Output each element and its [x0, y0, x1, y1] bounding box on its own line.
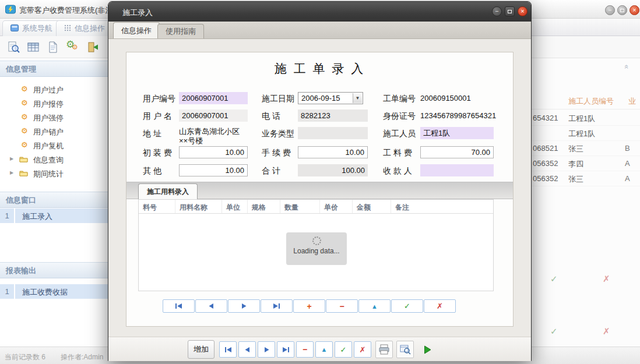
column-header-biz[interactable]: 业 — [628, 96, 636, 107]
confirm-button[interactable]: ✓ — [391, 299, 423, 313]
construction-date-select[interactable]: 2006-09-15 ▼ — [298, 92, 363, 104]
install-fee-field[interactable]: 10.00 — [179, 146, 248, 158]
service-fee-field[interactable]: 10.00 — [298, 146, 368, 158]
column-header[interactable]: 备注 — [391, 200, 493, 213]
column-header[interactable]: 单位 — [222, 200, 248, 213]
user-no-field[interactable]: 20060907001 — [179, 92, 248, 104]
grid-header-row: 施工人员编号 业 — [525, 92, 640, 109]
last-record-button[interactable] — [261, 299, 293, 313]
prev-record-button[interactable] — [238, 341, 256, 358]
settings-gears-button[interactable]: ⚙⚙ — [64, 39, 82, 55]
edit-record-button[interactable]: ▲ — [358, 299, 391, 313]
dialog-minimize-button[interactable]: – — [492, 6, 502, 16]
table-row[interactable]: 056352 李四 A — [525, 156, 640, 171]
cell-name: 李四 — [568, 159, 583, 169]
worker-label: 施工人员 — [383, 129, 416, 139]
other-fee-label: 其 他 — [143, 166, 161, 176]
section-header-report-output[interactable]: 报表输出 — [0, 262, 108, 278]
exit-button[interactable] — [84, 39, 101, 55]
column-header[interactable]: 规格 — [248, 200, 280, 213]
tree-label: 信息查询 — [33, 155, 64, 165]
dialog-titlebar[interactable]: 施工录入 – × — [108, 2, 531, 22]
chevron-down-icon: ▼ — [356, 96, 360, 101]
report-item-construction-receipt[interactable]: 1 施工收费收据 — [0, 284, 108, 299]
address-label: 地 址 — [143, 129, 161, 139]
next-record-button[interactable] — [228, 299, 260, 313]
phone-field[interactable]: 8282123 — [298, 109, 368, 122]
cell-code: 068521 — [533, 144, 558, 153]
cancel-button[interactable]: ✗ — [354, 341, 371, 358]
cancel-button[interactable]: ✗ — [424, 299, 456, 313]
section-header-info-window[interactable]: 信息窗口 — [0, 192, 108, 208]
print-button[interactable] — [375, 341, 393, 358]
sidebar-item-user-transfer[interactable]: ⚙ 用户过户 — [0, 83, 108, 97]
sidebar-item-user-suspend[interactable]: ⚙ 用户报停 — [0, 97, 108, 111]
dialog-tab-info-operations[interactable]: 信息操作 — [113, 22, 160, 38]
sidebar-folder-period-stats[interactable]: ▶ 期间统计 — [0, 167, 108, 181]
cross-mark-icon: ✗ — [603, 326, 610, 337]
printer-icon — [378, 344, 390, 355]
grid-dots-icon — [64, 24, 71, 33]
first-record-button[interactable] — [163, 299, 195, 313]
cross-icon: ✗ — [360, 345, 366, 354]
materials-tab[interactable]: 施工用料录入 — [138, 183, 198, 199]
address-value: 山东青岛湖北小区××号楼 — [179, 127, 247, 146]
run-button[interactable] — [419, 341, 436, 358]
main-minimize-button[interactable]: – — [605, 5, 615, 15]
dialog-maximize-button[interactable] — [505, 6, 515, 16]
material-fee-field[interactable]: 70.00 — [420, 146, 494, 158]
sidebar-item-user-cancel[interactable]: ⚙ 用户销户 — [0, 125, 108, 139]
confirm-button[interactable]: ✓ — [335, 341, 352, 358]
sidebar-folder-info-query[interactable]: ▶ 信息查询 — [0, 153, 108, 167]
last-record-button[interactable] — [277, 341, 294, 358]
column-header[interactable]: 用料名称 — [175, 200, 222, 213]
dropdown-button[interactable]: ▼ — [353, 93, 362, 103]
column-header[interactable]: 料号 — [139, 200, 175, 213]
delete-record-button[interactable]: − — [326, 299, 358, 313]
table-row[interactable]: 654321 工程1队 — [525, 111, 640, 126]
search-document-button[interactable] — [5, 39, 22, 55]
main-maximize-button[interactable] — [617, 5, 627, 15]
user-name-field[interactable]: 20060907001 — [179, 109, 248, 122]
table-row[interactable]: 056352 张三 A — [525, 171, 640, 186]
column-header[interactable]: 金额 — [353, 200, 391, 213]
tab-info-operations[interactable]: 信息操作 — [56, 20, 113, 36]
prev-record-button[interactable] — [195, 299, 227, 313]
tab-label: 系统导航 — [22, 23, 52, 34]
background-personnel-grid: 施工人员编号 业 654321 工程1队 工程1队 068521 张三 B 05… — [525, 92, 640, 199]
payee-field[interactable] — [420, 164, 494, 176]
table-row[interactable]: 068521 张三 B — [525, 141, 640, 156]
sidebar-item-user-resume[interactable]: ⚙ 用户复机 — [0, 139, 108, 153]
column-header-personnel-no[interactable]: 施工人员编号 — [568, 96, 614, 107]
column-header[interactable]: 单价 — [320, 200, 353, 213]
tab-system-navigation[interactable]: 系统导航 — [2, 20, 61, 36]
main-close-button[interactable]: × — [630, 5, 639, 15]
next-record-button[interactable] — [258, 341, 275, 358]
tab-label: 施工用料录入 — [147, 187, 189, 197]
dialog-title: 施工录入 — [122, 8, 153, 18]
data-table-button[interactable] — [24, 39, 42, 55]
document-button[interactable] — [44, 39, 62, 55]
preview-search-button[interactable] — [396, 341, 414, 358]
dialog-close-button[interactable]: × — [518, 6, 528, 16]
construction-date-label: 施工日期 — [262, 94, 294, 104]
worker-field[interactable]: 工程1队 — [420, 127, 494, 139]
dialog-tab-user-guide[interactable]: 使用指南 — [157, 24, 204, 38]
other-fee-field[interactable]: 10.00 — [179, 164, 248, 176]
tree-label: 用户复机 — [33, 141, 64, 151]
edit-record-button[interactable]: ▲ — [315, 341, 333, 358]
record-count: 当前记录数 6 — [5, 352, 45, 362]
sidebar-item-user-force-stop[interactable]: ⚙ 用户强停 — [0, 111, 108, 125]
delete-record-button[interactable]: − — [296, 341, 314, 358]
biz-type-field[interactable] — [298, 127, 368, 139]
panel-collapse-button[interactable]: « — [620, 60, 634, 72]
info-window-item-construction-entry[interactable]: 1 施工录入 — [0, 208, 108, 223]
table-row[interactable]: 工程1队 — [525, 126, 640, 141]
check-mark-icon: ✓ — [550, 326, 558, 337]
insert-record-button[interactable]: + — [293, 299, 325, 313]
add-button[interactable]: 增加 — [188, 340, 214, 359]
first-record-button[interactable] — [219, 341, 237, 358]
maximize-icon — [508, 10, 512, 13]
section-header-info-management[interactable]: 信息管理 — [0, 61, 108, 77]
column-header[interactable]: 数量 — [280, 200, 320, 213]
